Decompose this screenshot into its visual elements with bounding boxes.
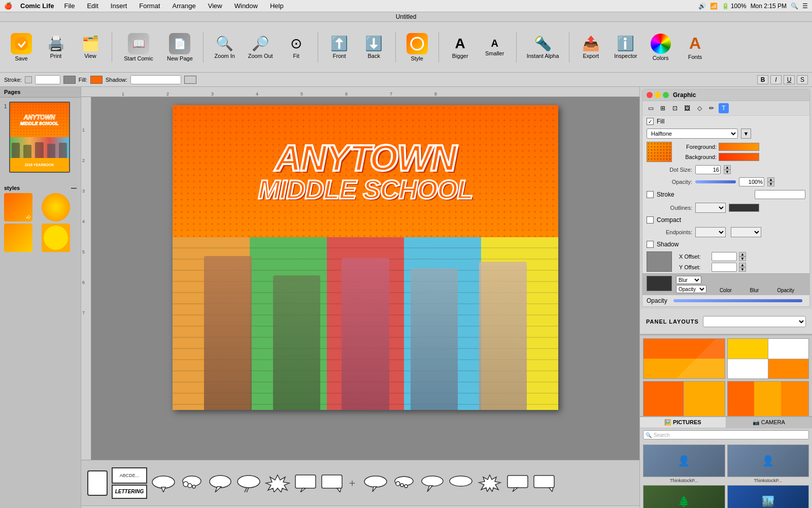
view-button[interactable]: 🗂️ View: [75, 33, 106, 61]
menu-edit[interactable]: Edit: [85, 2, 100, 10]
background-color[interactable]: [719, 153, 759, 161]
bubble-oval-wide[interactable]: [449, 474, 473, 492]
strikethrough-button[interactable]: S: [797, 75, 808, 84]
fit-button[interactable]: ⊙ Fit: [281, 33, 312, 61]
tab-rect[interactable]: ▭: [646, 103, 656, 113]
bubble-burst-1[interactable]: [265, 474, 290, 492]
bubble-text-item[interactable]: ABCDE... LETTERING: [112, 467, 147, 499]
camera-tab[interactable]: 📷 CAMERA: [726, 417, 813, 428]
back-button[interactable]: ⬇️ Back: [359, 33, 389, 61]
instant-alpha-button[interactable]: 🔦 Instant Alpha: [523, 33, 563, 61]
fonts-button[interactable]: A Fonts: [680, 32, 710, 62]
opacity-slider[interactable]: [695, 180, 736, 183]
pictures-tab[interactable]: 🖼️ PICTURES: [640, 417, 726, 428]
bubble-oval-1[interactable]: [151, 474, 176, 492]
blur-select[interactable]: Blur: [676, 276, 701, 284]
inspector-button[interactable]: ℹ️ Inspector: [610, 33, 641, 61]
tab-photo[interactable]: 🖼: [682, 103, 692, 113]
stroke-color[interactable]: [63, 76, 76, 84]
bubble-cloud-1[interactable]: [180, 474, 204, 492]
new-page-button[interactable]: 📄 New Page: [163, 31, 197, 64]
endpoints-select-1[interactable]: [695, 227, 726, 237]
fill-color[interactable]: [90, 76, 103, 84]
zoom-in-button[interactable]: 🔍 Zoom In: [210, 33, 240, 61]
outlines-color[interactable]: [729, 204, 759, 212]
dot-size-up[interactable]: ▲: [724, 165, 731, 170]
print-button[interactable]: 🖨️ Print: [41, 33, 71, 61]
underline-button[interactable]: U: [784, 75, 795, 84]
style-swatch-4[interactable]: [42, 224, 70, 252]
shadow-checkbox-g[interactable]: [647, 241, 654, 248]
minimize-button[interactable]: [655, 92, 661, 98]
bubble-square-1[interactable]: [294, 474, 317, 492]
template-4[interactable]: [727, 381, 809, 416]
menu-help[interactable]: Help: [268, 2, 286, 10]
start-comic-button[interactable]: 📖 Start Comic: [118, 31, 159, 64]
style-swatch-1[interactable]: ✓: [4, 193, 32, 221]
y-offset-up[interactable]: ▲: [739, 263, 746, 267]
template-1[interactable]: [643, 338, 725, 379]
menu-insert[interactable]: Insert: [109, 2, 129, 10]
opacity3-select[interactable]: Opacity: [676, 285, 706, 293]
photo-search[interactable]: 🔍 Search: [643, 430, 809, 439]
photo-item-4[interactable]: 🏙️ ThinkstockP...: [727, 485, 809, 508]
stroke-input-g[interactable]: [755, 190, 805, 199]
dot-size-down[interactable]: ▼: [724, 170, 731, 174]
bubble-round-1[interactable]: [208, 474, 232, 492]
compact-checkbox[interactable]: [647, 216, 654, 224]
bubble-oval-small[interactable]: [363, 474, 388, 492]
endpoints-select-2[interactable]: [731, 227, 761, 237]
export-button[interactable]: 📤 Export: [576, 33, 606, 61]
menu-file[interactable]: File: [62, 2, 77, 10]
opacity-down[interactable]: ▼: [767, 182, 774, 186]
shadow-color[interactable]: [184, 76, 196, 84]
search-icon[interactable]: 🔍: [791, 3, 798, 10]
menu-icon[interactable]: ☰: [802, 3, 808, 10]
photo-item-1[interactable]: 👤 ThinkstockP...: [643, 444, 725, 483]
bubble-cloud-small[interactable]: [392, 474, 416, 492]
apple-menu[interactable]: 🍎: [4, 2, 12, 10]
opacity-bottom-slider[interactable]: [673, 299, 802, 302]
page-canvas[interactable]: ANYTOWN MIDDLE SCHOOL: [173, 105, 558, 410]
menu-window[interactable]: Window: [232, 2, 260, 10]
x-offset-down[interactable]: ▼: [739, 257, 746, 261]
bigger-button[interactable]: A Bigger: [445, 34, 476, 61]
y-offset-down[interactable]: ▼: [739, 267, 746, 272]
opacity-up[interactable]: ▲: [767, 177, 774, 182]
fill-type-dropdown[interactable]: Halftone None Solid Gradient Image: [647, 129, 738, 139]
save-button[interactable]: Save: [6, 31, 37, 64]
tab-shape[interactable]: ◇: [694, 103, 704, 113]
styles-collapse[interactable]: —: [71, 185, 77, 191]
stroke-checkbox[interactable]: [25, 76, 32, 83]
stroke-checkbox-g[interactable]: [647, 191, 654, 198]
bubble-corner-small[interactable]: [533, 474, 555, 492]
colors-button[interactable]: Colors: [646, 31, 676, 63]
opacity-input[interactable]: 100%: [739, 177, 764, 186]
stroke-input[interactable]: [35, 75, 60, 84]
maximize-button[interactable]: [663, 92, 669, 98]
x-offset-input[interactable]: [712, 252, 737, 261]
bubble-rect-small[interactable]: [506, 474, 529, 492]
bubble-round-small[interactable]: [420, 474, 445, 492]
template-3[interactable]: [643, 381, 725, 416]
panel-layout-dropdown[interactable]: [703, 316, 806, 327]
italic-button[interactable]: I: [770, 75, 782, 84]
menu-view[interactable]: View: [206, 2, 224, 10]
menu-format[interactable]: Format: [137, 2, 162, 10]
add-bubble-icon[interactable]: ＋: [347, 476, 357, 490]
photo-item-3[interactable]: 🌲 ThinkstockP...: [643, 485, 725, 508]
canvas[interactable]: ANYTOWN MIDDLE SCHOOL: [91, 97, 639, 460]
fill-expand-button[interactable]: ▼: [741, 129, 751, 139]
close-button[interactable]: [647, 92, 653, 98]
tab-textframe[interactable]: T: [719, 103, 729, 113]
bubble-oval-2[interactable]: [236, 474, 261, 492]
menu-arrange[interactable]: Arrange: [171, 2, 198, 10]
canvas-scroll[interactable]: 1 2 3 4 5 6 7 ANYTOWN MIDDLE SC: [81, 97, 639, 460]
bubble-corner-1[interactable]: [321, 474, 343, 492]
bubble-burst-small[interactable]: [477, 474, 502, 492]
front-button[interactable]: ⬆️ Front: [324, 33, 355, 61]
x-offset-up[interactable]: ▲: [739, 252, 746, 257]
fill-checkbox[interactable]: ✓: [647, 118, 654, 125]
outlines-select[interactable]: [695, 203, 726, 213]
tab-arrow[interactable]: ✏: [706, 103, 717, 113]
